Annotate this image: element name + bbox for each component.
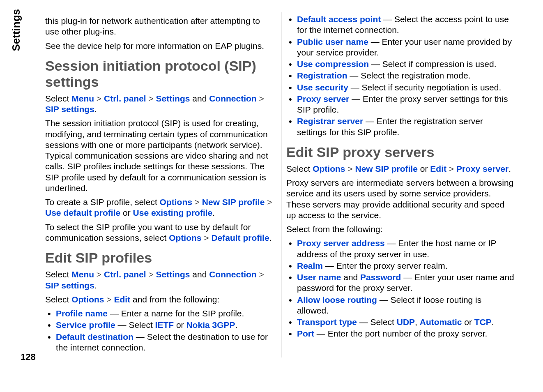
option-desc: — Select <box>115 320 155 330</box>
option-title: Allow loose routing <box>297 295 377 304</box>
option-desc: — Enter the port number of the proxy ser… <box>314 329 487 338</box>
link-sip-settings[interactable]: SIP settings <box>45 104 94 114</box>
list-item: Profile name — Enter a name for the SIP … <box>45 308 274 319</box>
separator: > <box>257 94 264 103</box>
list-item: Realm — Enter the proxy server realm. <box>286 261 515 271</box>
text: . <box>492 317 494 327</box>
link-settings[interactable]: Settings <box>156 270 190 279</box>
list-item: Registrar server — Enter the registratio… <box>286 116 515 138</box>
link-use-existing-profile[interactable]: Use existing profile <box>133 208 213 217</box>
option-title: Proxy server address <box>297 238 385 248</box>
link-ctrl-panel[interactable]: Ctrl. panel <box>104 94 146 103</box>
option-desc: — Enter a name for the SIP profile. <box>108 309 244 318</box>
option-title: Proxy server <box>297 94 349 104</box>
link-automatic[interactable]: Automatic <box>420 317 462 327</box>
option-title: Default destination <box>56 332 133 341</box>
options-list: Profile name — Enter a name for the SIP … <box>45 308 274 353</box>
separator: > <box>257 270 264 279</box>
separator: > <box>265 197 272 207</box>
paragraph: To create a SIP profile, select Options … <box>45 197 274 219</box>
list-item: Public user name — Enter your user name … <box>286 37 515 58</box>
section-label: Settings <box>10 9 23 51</box>
separator: > <box>104 295 114 304</box>
option-title: Port <box>297 329 314 338</box>
list-item: Proxy server address — Enter the host na… <box>286 238 515 260</box>
option-title: Use security <box>297 83 348 92</box>
link-ctrl-panel[interactable]: Ctrl. panel <box>104 270 146 279</box>
separator: > <box>201 233 211 242</box>
list-item: Registration — Select the registration m… <box>286 70 515 81</box>
text: . <box>269 233 272 242</box>
text: , <box>415 317 420 327</box>
separator: > <box>94 94 104 103</box>
link-connection[interactable]: Connection <box>209 94 257 103</box>
list-item: Service profile — Select IETF or Nokia 3… <box>45 320 274 330</box>
separator: > <box>345 164 355 173</box>
link-nokia-3gpp[interactable]: Nokia 3GPP <box>186 320 235 330</box>
link-proxy-server[interactable]: Proxy server <box>456 164 508 173</box>
paragraph: To select the SIP profile you want to us… <box>45 222 274 244</box>
link-ietf[interactable]: IETF <box>155 320 174 330</box>
list-item: Port — Enter the port number of the prox… <box>286 328 515 339</box>
link-options[interactable]: Options <box>313 164 345 173</box>
paragraph: The session initiation protocol (SIP) is… <box>45 118 274 194</box>
list-item: Default destination — Select the destina… <box>45 332 274 353</box>
right-column: Default access point — Select the access… <box>286 12 520 384</box>
link-options[interactable]: Options <box>71 295 104 304</box>
link-connection[interactable]: Connection <box>209 270 257 279</box>
link-options[interactable]: Options <box>160 197 192 207</box>
text: and from the following: <box>130 295 219 304</box>
options-list: Proxy server address — Enter the host na… <box>286 238 515 339</box>
separator: > <box>146 94 156 103</box>
text: Select <box>45 94 71 103</box>
link-menu[interactable]: Menu <box>71 94 94 103</box>
breadcrumb-nav: Select Options > New SIP profile or Edit… <box>286 164 515 174</box>
option-desc: — Select <box>357 317 397 327</box>
document-page: Settings 128 this plug-in for network au… <box>0 0 543 392</box>
text: . <box>94 281 97 290</box>
text: Select <box>286 164 313 173</box>
option-title: Password <box>360 272 401 282</box>
text: and <box>190 270 209 279</box>
link-sip-settings[interactable]: SIP settings <box>45 281 94 290</box>
option-desc: — Select the registration mode. <box>347 71 471 80</box>
option-title: Use compression <box>297 59 369 69</box>
link-default-profile[interactable]: Default profile <box>211 233 269 242</box>
link-edit[interactable]: Edit <box>430 164 446 173</box>
text: . <box>212 208 215 217</box>
link-use-default-profile[interactable]: Use default profile <box>45 208 120 217</box>
separator: > <box>192 197 202 207</box>
option-desc: — Select if compression is used. <box>369 59 496 69</box>
option-title: Public user name <box>297 37 368 46</box>
column-divider <box>281 12 281 357</box>
list-item: Use compression — Select if compression … <box>286 59 515 69</box>
option-title: Registrar server <box>297 116 363 126</box>
link-menu[interactable]: Menu <box>71 270 94 279</box>
list-item: Default access point — Select the access… <box>286 14 515 36</box>
link-options[interactable]: Options <box>169 233 201 242</box>
link-udp[interactable]: UDP <box>397 317 415 327</box>
list-item: Allow loose routing — Select if loose ro… <box>286 295 515 316</box>
text: . <box>235 320 238 330</box>
text: or <box>462 317 474 327</box>
separator: > <box>94 270 104 279</box>
option-title: Registration <box>297 71 347 80</box>
separator: > <box>146 270 156 279</box>
list-item: Proxy server — Enter the proxy server se… <box>286 94 515 115</box>
link-edit[interactable]: Edit <box>114 295 130 304</box>
left-column: this plug-in for network authentication … <box>45 12 279 384</box>
paragraph: Select from the following: <box>286 224 515 235</box>
page-number: 128 <box>21 352 36 362</box>
separator: > <box>446 164 456 173</box>
link-new-sip-profile[interactable]: New SIP profile <box>355 164 418 173</box>
option-desc: — Select if security negotiation is used… <box>348 83 501 92</box>
list-item: Transport type — Select UDP, Automatic o… <box>286 317 515 327</box>
link-settings[interactable]: Settings <box>156 94 190 103</box>
link-new-sip-profile[interactable]: New SIP profile <box>202 197 265 207</box>
paragraph: Proxy servers are intermediate servers b… <box>286 178 515 221</box>
option-title: Default access point <box>297 14 381 24</box>
link-tcp[interactable]: TCP <box>474 317 492 327</box>
paragraph: See the device help for more information… <box>45 41 274 51</box>
heading-edit-sip-profiles: Edit SIP profiles <box>45 250 274 266</box>
option-title: Transport type <box>297 317 357 327</box>
